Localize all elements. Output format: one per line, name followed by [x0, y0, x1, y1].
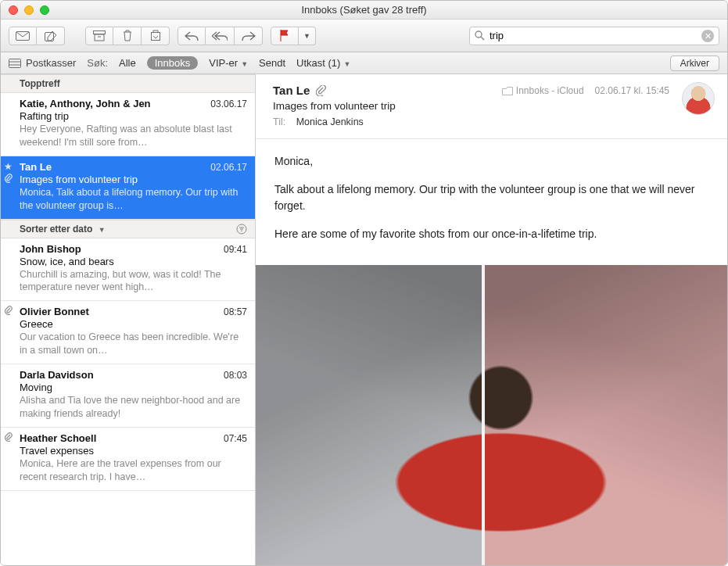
message-sender: Darla Davidson	[20, 369, 94, 381]
message-row[interactable]: ★ Tan Le 02.06.17 Images from volunteer …	[1, 156, 255, 220]
inline-image[interactable]	[256, 265, 727, 566]
reply-button[interactable]	[178, 27, 206, 45]
filter-icon[interactable]	[236, 224, 247, 235]
message-subject: Images from volunteer trip	[20, 174, 247, 185]
message-preview: Alisha and Tia love the new neighbor-hoo…	[20, 394, 247, 421]
message-preview: Monica, Here are the travel expenses fro…	[20, 457, 247, 484]
message-sender: Katie, Anthony, John & Jen	[20, 98, 151, 109]
scope-inbox[interactable]: Innboks	[147, 56, 199, 70]
message-list[interactable]: Topptreff Katie, Anthony, John & Jen 03.…	[1, 74, 256, 566]
chevron-down-icon: ▼	[241, 60, 248, 68]
flag-icon	[279, 30, 290, 41]
reader-datetime: 02.06.17 kl. 15:45	[595, 85, 669, 96]
archive-icon	[93, 30, 106, 41]
message-sender: Tan Le	[20, 161, 52, 173]
svg-rect-2	[94, 30, 106, 34]
message-date: 08:03	[224, 370, 247, 381]
reader-from: Tan Le	[273, 84, 310, 97]
reader-folder[interactable]: Innboks - iCloud	[502, 85, 584, 96]
message-row[interactable]: Olivier Bonnet 08:57 Greece Our vacation…	[1, 301, 255, 364]
reader-subject: Images from volunteer trip	[273, 100, 715, 112]
message-preview: Churchill is amazing, but wow, was it co…	[20, 268, 247, 295]
message-body: Monica, Talk about a lifelong memory. Ou…	[256, 139, 727, 265]
mailboxes-icon	[9, 59, 21, 68]
message-subject: Travel expenses	[20, 445, 247, 457]
trash-icon	[122, 30, 133, 41]
reading-pane: Tan Le Innboks - iCloud 02.06.17 kl. 15:…	[256, 74, 727, 566]
avatar[interactable]	[682, 82, 715, 115]
chevron-down-icon: ▼	[343, 60, 350, 68]
svg-line-7	[481, 37, 484, 40]
attachment-icon	[316, 85, 326, 96]
body-paragraph: Monica,	[274, 153, 708, 170]
reply-all-icon	[212, 31, 228, 41]
message-preview: Our vacation to Greece has been incredib…	[20, 331, 247, 357]
scope-sent[interactable]: Sendt	[259, 57, 285, 69]
sort-header[interactable]: Sorter etter dato ▼	[1, 220, 255, 238]
mailboxes-label: Postkasser	[26, 57, 76, 69]
titlebar: Innboks (Søket gav 28 treff)	[1, 1, 727, 20]
message-date: 03.06.17	[210, 99, 247, 109]
message-date: 09:41	[224, 244, 247, 255]
chevron-down-icon: ▼	[99, 226, 106, 234]
reader-to-value: Monica Jenkins	[296, 116, 364, 127]
search-field-wrap: ✕	[469, 27, 719, 45]
message-row[interactable]: Darla Davidson 08:03 Moving Alisha and T…	[1, 364, 255, 428]
attachment-icon	[4, 306, 13, 315]
compose-button[interactable]	[37, 27, 65, 45]
attachment-icon	[4, 174, 13, 183]
clear-search-button[interactable]: ✕	[701, 30, 714, 42]
forward-icon	[242, 31, 256, 41]
junk-icon	[149, 30, 162, 41]
svg-rect-8	[9, 59, 21, 67]
message-sender: Heather Schoell	[20, 432, 96, 444]
scope-all[interactable]: Alle	[119, 57, 136, 69]
search-icon	[475, 30, 485, 41]
search-scope-label: Søk:	[87, 57, 108, 69]
compose-icon	[45, 30, 57, 41]
reply-all-button[interactable]	[206, 27, 235, 45]
mailboxes-button[interactable]: Postkasser	[9, 57, 76, 69]
svg-rect-3	[95, 34, 104, 41]
star-icon: ★	[4, 161, 13, 172]
svg-point-6	[475, 31, 482, 38]
chevron-down-icon: ▼	[303, 32, 310, 40]
message-subject: Greece	[20, 318, 247, 330]
message-subject: Rafting trip	[20, 110, 247, 122]
message-sender: Olivier Bonnet	[20, 306, 89, 317]
archive-bar-button[interactable]: Arkiver	[670, 56, 719, 71]
main-pane: Topptreff Katie, Anthony, John & Jen 03.…	[1, 74, 727, 566]
get-mail-button[interactable]	[9, 27, 37, 45]
message-row[interactable]: Katie, Anthony, John & Jen 03.06.17 Raft…	[1, 93, 255, 156]
message-date: 07:45	[224, 433, 247, 444]
message-sender: John Bishop	[20, 243, 81, 255]
message-header: Tan Le Innboks - iCloud 02.06.17 kl. 15:…	[256, 74, 727, 135]
reply-icon	[185, 31, 199, 41]
search-input[interactable]	[490, 30, 701, 41]
delete-button[interactable]	[113, 27, 142, 45]
flag-button[interactable]	[271, 27, 299, 45]
window-title: Innboks (Søket gav 28 treff)	[1, 4, 727, 16]
message-subject: Snow, ice, and bears	[20, 256, 247, 267]
forward-button[interactable]	[235, 27, 263, 45]
svg-rect-5	[151, 33, 160, 41]
scope-bar: Postkasser Søk: Alle Innboks VIP-er▼ Sen…	[1, 52, 727, 74]
scope-drafts[interactable]: Utkast (1)▼	[296, 57, 350, 69]
envelope-icon	[16, 31, 30, 41]
message-row[interactable]: John Bishop 09:41 Snow, ice, and bears C…	[1, 238, 255, 302]
message-row[interactable]: Heather Schoell 07:45 Travel expenses Mo…	[1, 428, 255, 491]
message-preview: Monica, Talk about a lifelong memory. Ou…	[20, 186, 247, 213]
archive-button[interactable]	[85, 27, 113, 45]
toolbar: ▼ ✕	[1, 20, 727, 52]
message-date: 02.06.17	[210, 162, 247, 173]
body-paragraph: Talk about a lifelong memory. Our trip w…	[274, 181, 708, 215]
attachment-icon	[4, 432, 13, 442]
body-paragraph: Here are some of my favorite shots from …	[274, 226, 708, 243]
flag-menu-button[interactable]: ▼	[299, 27, 316, 45]
top-hits-header: Topptreff	[1, 74, 255, 93]
scope-vip[interactable]: VIP-er▼	[209, 57, 248, 69]
junk-button[interactable]	[142, 27, 170, 45]
message-preview: Hey Everyone, Rafting was an absolute bl…	[20, 123, 247, 149]
reader-to-label: Til:	[273, 116, 285, 127]
folder-icon	[502, 87, 513, 95]
